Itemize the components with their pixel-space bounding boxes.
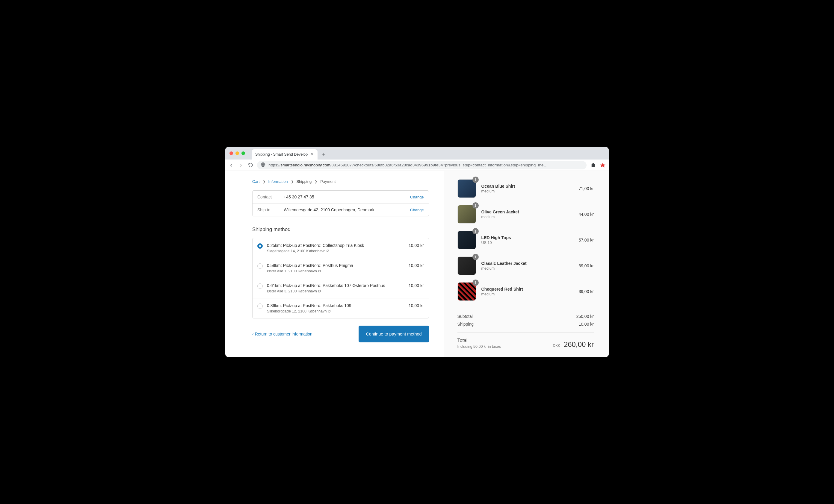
quantity-badge: 1 xyxy=(473,254,479,260)
browser-tab[interactable]: Shipping - Smart Send Develop × xyxy=(251,150,317,160)
cart-item: 1 Olive Green Jacket medium 44,00 kr xyxy=(457,205,594,224)
contact-label: Contact xyxy=(257,194,279,199)
shipping-option[interactable]: 0.25km: Pick-up at PostNord: Collectshop… xyxy=(253,238,429,258)
close-window-icon[interactable] xyxy=(229,152,233,155)
window-controls xyxy=(225,147,249,160)
option-address: Øster Allé 3, 2100 København Ø xyxy=(267,289,404,293)
url-field[interactable]: https://smartsendio.myshopify.com/881459… xyxy=(257,161,587,169)
breadcrumb-cart[interactable]: Cart xyxy=(252,179,260,184)
product-price: 44,00 kr xyxy=(578,212,594,217)
tax-note: Including 50,00 kr in taxes xyxy=(457,344,501,349)
product-price: 71,00 kr xyxy=(578,186,594,191)
quantity-badge: 1 xyxy=(473,228,479,234)
grand-total-row: Total Including 50,00 kr in taxes DKK 26… xyxy=(457,333,594,349)
checkout-actions: ‹ Return to customer information Continu… xyxy=(252,326,429,342)
breadcrumb: Cart ❯ Information ❯ Shipping ❯ Payment xyxy=(252,179,429,184)
option-price: 10,00 kr xyxy=(409,303,424,308)
chevron-right-icon: ❯ xyxy=(314,180,317,183)
breadcrumb-shipping: Shipping xyxy=(297,179,312,184)
cart-item: 1 Chequered Red Shirt medium 39,00 kr xyxy=(457,282,594,301)
product-name: LED High Tops xyxy=(481,235,573,240)
site-info-icon[interactable] xyxy=(261,162,265,168)
product-name: Ocean Blue Shirt xyxy=(481,184,573,188)
totals-block: Subtotal 250,00 kr Shipping 10,00 kr xyxy=(457,308,594,333)
return-link[interactable]: ‹ Return to customer information xyxy=(252,331,312,337)
shipping-label: Shipping xyxy=(457,322,474,326)
extension-icon-2[interactable] xyxy=(600,162,606,168)
svg-rect-1 xyxy=(592,164,595,167)
option-title: 0.25km: Pick-up at PostNord: Collectshop… xyxy=(267,243,404,248)
product-variant: medium xyxy=(481,292,573,296)
forward-icon xyxy=(238,162,244,168)
product-price: 57,00 kr xyxy=(578,238,594,243)
product-variant: medium xyxy=(481,189,573,193)
extension-icon-1[interactable] xyxy=(590,162,596,168)
close-tab-icon[interactable]: × xyxy=(310,152,314,157)
order-summary: 1 Ocean Blue Shirt medium 71,00 kr 1 Oli… xyxy=(444,171,609,357)
continue-button[interactable]: Continue to payment method xyxy=(358,326,429,342)
review-contact-row: Contact +45 30 27 47 35 Change xyxy=(253,191,429,203)
product-variant: medium xyxy=(481,215,573,219)
product-thumbnail xyxy=(457,205,476,224)
shipping-value: 10,00 kr xyxy=(578,322,594,326)
url-text: https://smartsendio.myshopify.com/881459… xyxy=(268,163,548,167)
option-address: Silkeborggade 12, 2100 København Ø xyxy=(267,309,404,313)
tab-strip: Shipping - Smart Send Develop × + xyxy=(225,147,609,160)
radio-icon[interactable] xyxy=(257,264,263,269)
shipping-row: Shipping 10,00 kr xyxy=(457,320,594,328)
new-tab-button[interactable]: + xyxy=(319,150,328,159)
shipping-option[interactable]: 0.86km: Pick-up at PostNord: Pakkeboks 1… xyxy=(253,298,429,318)
address-bar: https://smartsendio.myshopify.com/881459… xyxy=(225,160,609,171)
shipping-option[interactable]: 0.59km: Pick-up at PostNord: Posthus Eni… xyxy=(253,258,429,278)
product-thumbnail xyxy=(457,179,476,198)
quantity-badge: 1 xyxy=(473,279,479,286)
radio-icon[interactable] xyxy=(257,283,263,289)
svg-marker-3 xyxy=(600,163,606,167)
product-price: 39,00 kr xyxy=(578,289,594,294)
radio-icon[interactable] xyxy=(257,303,263,309)
minimize-window-icon[interactable] xyxy=(236,152,239,155)
browser-window: Shipping - Smart Send Develop × + https:… xyxy=(225,147,609,357)
product-thumbnail xyxy=(457,256,476,275)
quantity-badge: 1 xyxy=(473,202,479,209)
chevron-right-icon: ❯ xyxy=(291,180,293,183)
option-address: Øster Allé 1, 2100 København Ø xyxy=(267,269,404,273)
option-price: 10,00 kr xyxy=(409,263,424,268)
shipping-option[interactable]: 0.61km: Pick-up at PostNord: Pakkeboks 1… xyxy=(253,278,429,298)
option-title: 0.61km: Pick-up at PostNord: Pakkeboks 1… xyxy=(267,283,404,288)
checkout-main: Cart ❯ Information ❯ Shipping ❯ Payment … xyxy=(225,171,444,357)
product-name: Chequered Red Shirt xyxy=(481,287,573,292)
subtotal-value: 250,00 kr xyxy=(576,314,594,319)
total-amount: 260,00 kr xyxy=(564,340,594,349)
product-name: Olive Green Jacket xyxy=(481,209,573,214)
total-label: Total xyxy=(457,338,501,343)
reload-icon[interactable] xyxy=(247,162,254,168)
subtotal-label: Subtotal xyxy=(457,314,473,319)
chevron-right-icon: ❯ xyxy=(263,180,265,183)
quantity-badge: 1 xyxy=(473,177,479,183)
contact-value: +45 30 27 47 35 xyxy=(284,194,405,199)
option-title: 0.86km: Pick-up at PostNord: Pakkeboks 1… xyxy=(267,303,404,308)
product-variant: medium xyxy=(481,266,573,271)
product-variant: US 10 xyxy=(481,240,573,245)
product-name: Classic Leather Jacket xyxy=(481,261,573,266)
breadcrumb-information[interactable]: Information xyxy=(268,179,288,184)
breadcrumb-payment: Payment xyxy=(320,179,335,184)
shipto-value: Willemoesgade 42, 2100 Copenhagen, Denma… xyxy=(284,207,405,212)
change-shipto-link[interactable]: Change xyxy=(410,208,424,212)
currency-code: DKK xyxy=(553,344,560,348)
shipping-method-heading: Shipping method xyxy=(252,227,429,232)
option-price: 10,00 kr xyxy=(409,283,424,288)
cart-item: 1 Ocean Blue Shirt medium 71,00 kr xyxy=(457,179,594,198)
shipping-options-list: 0.25km: Pick-up at PostNord: Collectshop… xyxy=(252,238,429,318)
subtotal-row: Subtotal 250,00 kr xyxy=(457,313,594,320)
change-contact-link[interactable]: Change xyxy=(410,195,424,199)
option-address: Slagelsegade 14, 2100 København Ø xyxy=(267,249,404,253)
product-thumbnail xyxy=(457,231,476,249)
radio-icon[interactable] xyxy=(257,243,263,249)
cart-item: 1 Classic Leather Jacket medium 39,00 kr xyxy=(457,256,594,275)
maximize-window-icon[interactable] xyxy=(241,152,245,155)
review-card: Contact +45 30 27 47 35 Change Ship to W… xyxy=(252,190,429,216)
back-icon[interactable] xyxy=(228,162,234,168)
product-price: 39,00 kr xyxy=(578,264,594,268)
